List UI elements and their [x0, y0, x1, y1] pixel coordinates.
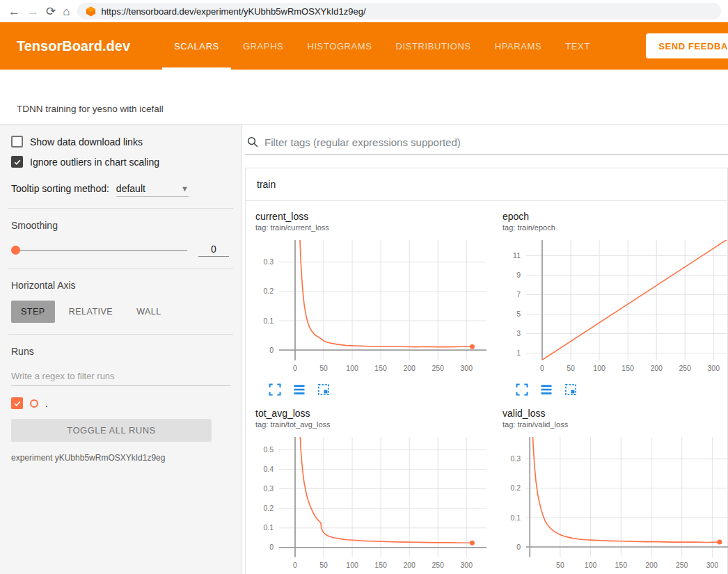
settings-sidebar: Show data download links Ignore outliers… [0, 125, 242, 574]
svg-text:0.5: 0.5 [263, 445, 274, 454]
search-icon [246, 136, 259, 148]
run-checkbox-checked-icon[interactable] [11, 397, 23, 409]
checkbox-checked-icon[interactable] [11, 156, 23, 168]
train-section-header[interactable]: train [246, 168, 727, 201]
axis-wall-button[interactable]: WALL [127, 301, 171, 323]
svg-text:100: 100 [585, 561, 597, 569]
svg-text:150: 150 [374, 561, 387, 569]
experiment-title: TDNN training for yesno with icefall [17, 104, 164, 114]
tooltip-sorting-select[interactable]: default ▼ [116, 183, 189, 197]
charts-grid: current_loss tag: train/current_loss 00.… [246, 201, 727, 574]
expand-chart-icon[interactable] [268, 383, 282, 397]
run-name[interactable]: . [45, 398, 48, 409]
svg-text:150: 150 [622, 364, 634, 372]
forward-icon[interactable]: → [27, 6, 39, 17]
svg-text:11: 11 [513, 251, 521, 260]
chart-block-tot-avg-loss: tot_avg_loss tag: train/tot_avg_loss 00.… [247, 408, 491, 574]
svg-text:300: 300 [461, 364, 473, 372]
runs-filter-input[interactable] [11, 367, 230, 386]
chart-title: epoch [503, 211, 728, 222]
svg-text:0.1: 0.1 [263, 317, 274, 325]
chart-canvas[interactable]: 00.10.20.350100150200250300 [494, 433, 728, 574]
home-icon[interactable]: ⌂ [63, 6, 70, 17]
address-bar[interactable]: https://tensorboard.dev/experiment/yKUbh… [77, 3, 721, 19]
svg-text:100: 100 [346, 364, 358, 372]
chart-tag: tag: train/current_loss [255, 223, 491, 232]
tab-histograms[interactable]: HISTOGRAMS [295, 22, 383, 70]
tab-graphs[interactable]: GRAPHS [231, 22, 296, 70]
svg-text:150: 150 [615, 561, 628, 569]
slider-thumb[interactable] [11, 246, 20, 255]
smoothing-slider[interactable] [13, 250, 187, 251]
tag-filter-row [245, 133, 728, 155]
svg-text:0.1: 0.1 [263, 523, 274, 532]
svg-text:250: 250 [432, 561, 444, 569]
scalars-dashboard: train current_loss tag: train/current_lo… [242, 125, 728, 574]
svg-text:200: 200 [403, 364, 416, 372]
train-section-card: train current_loss tag: train/current_lo… [245, 168, 728, 574]
tooltip-sorting-label: Tooltip sorting method: [11, 183, 109, 194]
tab-scalars[interactable]: SCALARS [162, 22, 231, 70]
chart-canvas[interactable]: 00.10.20.3050100150200250300 [247, 236, 491, 381]
tensorboard-logo: TensorBoard.dev [17, 38, 130, 54]
expand-chart-icon[interactable] [515, 383, 529, 397]
tab-text[interactable]: TEXT [553, 22, 602, 70]
svg-text:0.3: 0.3 [263, 257, 274, 266]
back-icon[interactable]: ← [8, 6, 20, 17]
chart-block-current-loss: current_loss tag: train/current_loss 00.… [247, 211, 491, 397]
reload-icon[interactable]: ⟳ [46, 6, 56, 17]
svg-text:0.2: 0.2 [263, 287, 274, 295]
ignore-outliers-label[interactable]: Ignore outliers in chart scaling [30, 157, 159, 168]
chart-tag: tag: train/tot_avg_loss [255, 420, 491, 429]
svg-text:0: 0 [269, 346, 274, 354]
show-download-links-label[interactable]: Show data download links [30, 136, 143, 148]
smoothing-value-input[interactable] [198, 244, 229, 257]
svg-text:200: 200 [650, 364, 663, 372]
axis-step-button[interactable]: STEP [11, 301, 55, 323]
url-text: https://tensorboard.dev/experiment/yKUbh… [102, 6, 366, 17]
svg-text:200: 200 [645, 561, 658, 569]
data-table-icon[interactable] [292, 383, 306, 397]
send-feedback-button[interactable]: SEND FEEDBACK [646, 33, 728, 58]
show-download-links-checkbox-row[interactable]: Show data download links [11, 136, 230, 148]
main-nav: SCALARS GRAPHS HISTOGRAMS DISTRIBUTIONS … [162, 22, 602, 70]
tab-hparams[interactable]: HPARAMS [483, 22, 554, 70]
toggle-all-runs-button[interactable]: TOGGLE ALL RUNS [11, 419, 212, 442]
svg-text:100: 100 [346, 561, 358, 569]
tab-distributions[interactable]: DISTRIBUTIONS [384, 22, 483, 70]
svg-text:150: 150 [374, 364, 387, 372]
svg-text:0.4: 0.4 [263, 465, 274, 473]
svg-text:300: 300 [461, 561, 473, 569]
checkbox-unchecked-icon[interactable] [11, 136, 23, 148]
run-color-swatch-icon [30, 399, 38, 408]
data-table-icon[interactable] [539, 383, 553, 397]
svg-text:5: 5 [516, 310, 521, 318]
svg-text:250: 250 [432, 364, 444, 372]
run-row[interactable]: . [11, 397, 230, 409]
fit-domain-icon[interactable] [317, 383, 331, 397]
experiment-id-caption: experiment yKUbhb5wRmOSXYkId1z9eg [11, 453, 230, 463]
svg-text:300: 300 [706, 561, 719, 569]
svg-text:300: 300 [708, 364, 720, 372]
chart-tag: tag: train/epoch [503, 223, 728, 232]
svg-text:0.3: 0.3 [510, 454, 521, 463]
svg-text:50: 50 [556, 561, 564, 569]
svg-text:250: 250 [679, 364, 691, 372]
tensorboard-favicon [86, 6, 96, 17]
svg-text:50: 50 [567, 364, 575, 372]
chart-canvas[interactable]: 00.10.20.30.40.5050100150200250300 [247, 433, 491, 574]
svg-text:0.2: 0.2 [263, 504, 274, 512]
svg-text:0: 0 [540, 364, 544, 372]
chart-tag: tag: train/valid_loss [503, 420, 728, 429]
svg-text:50: 50 [319, 364, 328, 372]
svg-text:200: 200 [403, 561, 416, 569]
svg-text:3: 3 [516, 329, 521, 337]
tag-filter-input[interactable] [264, 136, 728, 148]
fit-domain-icon[interactable] [564, 383, 578, 397]
axis-relative-button[interactable]: RELATIVE [59, 301, 123, 323]
chart-title: current_loss [255, 211, 491, 222]
svg-text:0.1: 0.1 [510, 513, 521, 522]
ignore-outliers-checkbox-row[interactable]: Ignore outliers in chart scaling [11, 156, 230, 168]
divider [8, 334, 233, 335]
chart-canvas[interactable]: 1357911050100150200250300 [494, 236, 728, 381]
